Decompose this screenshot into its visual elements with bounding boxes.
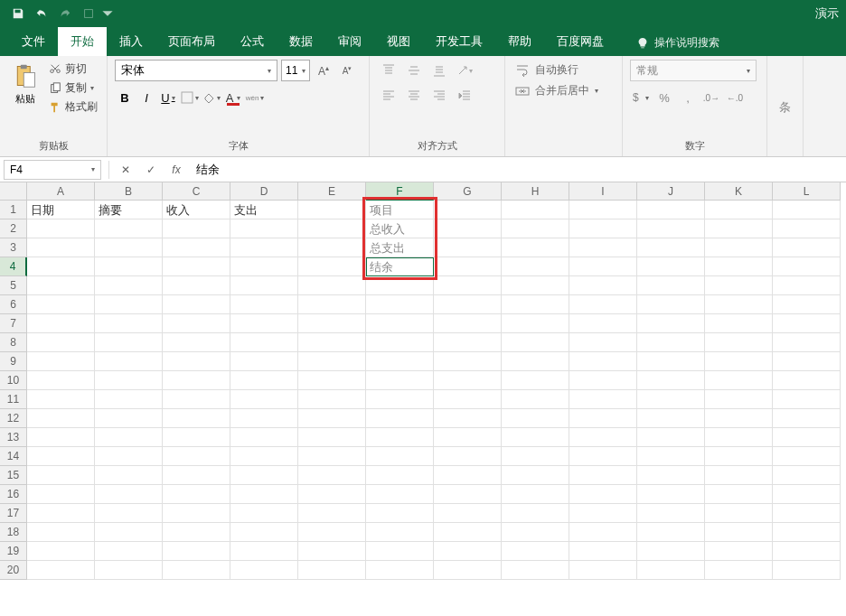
bold-button[interactable]: B: [115, 87, 135, 108]
cell[interactable]: [95, 485, 163, 504]
row-header[interactable]: 17: [0, 504, 27, 523]
cell[interactable]: [163, 561, 230, 580]
cell[interactable]: [230, 561, 298, 580]
cell[interactable]: [705, 428, 773, 447]
cell[interactable]: [27, 523, 95, 542]
tab-insert[interactable]: 插入: [107, 27, 155, 56]
cell[interactable]: [637, 428, 705, 447]
cell[interactable]: [773, 238, 841, 257]
column-header[interactable]: G: [434, 182, 502, 201]
cell[interactable]: [27, 542, 95, 561]
cell[interactable]: [637, 352, 705, 371]
cell[interactable]: [27, 314, 95, 333]
cell[interactable]: [569, 542, 637, 561]
font-name-select[interactable]: 宋体 ▾: [115, 60, 277, 81]
cell[interactable]: [95, 257, 163, 276]
cell[interactable]: [434, 390, 502, 409]
cell[interactable]: [705, 333, 773, 352]
cell[interactable]: [95, 447, 163, 466]
cell[interactable]: [773, 276, 841, 295]
row-header[interactable]: 13: [0, 428, 27, 447]
cell[interactable]: [637, 314, 705, 333]
cell[interactable]: [434, 371, 502, 390]
tab-dev[interactable]: 开发工具: [423, 27, 495, 56]
row-header[interactable]: 12: [0, 409, 27, 428]
cell[interactable]: [366, 504, 434, 523]
increase-font-button[interactable]: A▴: [314, 60, 334, 81]
cut-button[interactable]: 剪切: [47, 60, 99, 79]
cell[interactable]: [27, 257, 95, 276]
cell[interactable]: [95, 504, 163, 523]
cell[interactable]: [773, 257, 841, 276]
cell[interactable]: [434, 314, 502, 333]
cell[interactable]: [434, 409, 502, 428]
cell[interactable]: [230, 428, 298, 447]
cell[interactable]: 收入: [163, 201, 230, 219]
cell[interactable]: [569, 428, 637, 447]
cell[interactable]: [27, 352, 95, 371]
cell[interactable]: [366, 428, 434, 447]
cell[interactable]: [773, 561, 841, 580]
row-header[interactable]: 19: [0, 542, 27, 561]
cell[interactable]: [230, 542, 298, 561]
cell[interactable]: [773, 295, 841, 314]
cell[interactable]: [705, 295, 773, 314]
column-header[interactable]: L: [773, 182, 841, 201]
cell[interactable]: [27, 219, 95, 238]
cell[interactable]: [773, 409, 841, 428]
fill-color-button[interactable]: ▾: [202, 87, 221, 108]
cell[interactable]: [298, 485, 366, 504]
cell[interactable]: [705, 201, 773, 219]
cell[interactable]: [230, 333, 298, 352]
cell[interactable]: [569, 201, 637, 219]
cell[interactable]: [705, 352, 773, 371]
cell[interactable]: [434, 257, 502, 276]
cell[interactable]: [569, 371, 637, 390]
cell[interactable]: [773, 333, 841, 352]
cell[interactable]: [95, 314, 163, 333]
cell[interactable]: [569, 295, 637, 314]
cell[interactable]: [773, 352, 841, 371]
cell[interactable]: [230, 295, 298, 314]
tab-review[interactable]: 审阅: [325, 27, 374, 56]
cell[interactable]: [366, 390, 434, 409]
row-header[interactable]: 5: [0, 276, 27, 295]
cell[interactable]: [95, 523, 163, 542]
cell[interactable]: [569, 485, 637, 504]
cell[interactable]: [502, 371, 569, 390]
cell[interactable]: [27, 447, 95, 466]
cell[interactable]: [773, 466, 841, 485]
cell[interactable]: [502, 352, 569, 371]
cell[interactable]: [773, 371, 841, 390]
cell[interactable]: [705, 523, 773, 542]
cell[interactable]: 总收入: [366, 219, 434, 238]
cell[interactable]: [298, 257, 366, 276]
cell[interactable]: [298, 276, 366, 295]
cell[interactable]: [637, 276, 705, 295]
cell[interactable]: [298, 561, 366, 580]
cell[interactable]: [434, 295, 502, 314]
cell[interactable]: [569, 276, 637, 295]
comma-button[interactable]: ,: [677, 87, 699, 108]
cell[interactable]: [163, 504, 230, 523]
align-left-button[interactable]: [377, 85, 400, 107]
cell[interactable]: [27, 428, 95, 447]
cell[interactable]: [163, 238, 230, 257]
cell[interactable]: 日期: [27, 201, 95, 219]
cell[interactable]: [502, 523, 569, 542]
cell[interactable]: [95, 428, 163, 447]
align-middle-button[interactable]: [402, 60, 426, 81]
row-header[interactable]: 6: [0, 295, 27, 314]
cell[interactable]: [230, 257, 298, 276]
cell[interactable]: [95, 542, 163, 561]
cell[interactable]: [637, 504, 705, 523]
cell[interactable]: [502, 561, 569, 580]
cell[interactable]: [230, 447, 298, 466]
cell[interactable]: [434, 238, 502, 257]
cell[interactable]: [366, 542, 434, 561]
cell[interactable]: [569, 333, 637, 352]
currency-button[interactable]: $▾: [630, 87, 652, 108]
font-color-button[interactable]: A▾: [223, 87, 243, 108]
tab-layout[interactable]: 页面布局: [155, 27, 228, 56]
cell[interactable]: [230, 390, 298, 409]
